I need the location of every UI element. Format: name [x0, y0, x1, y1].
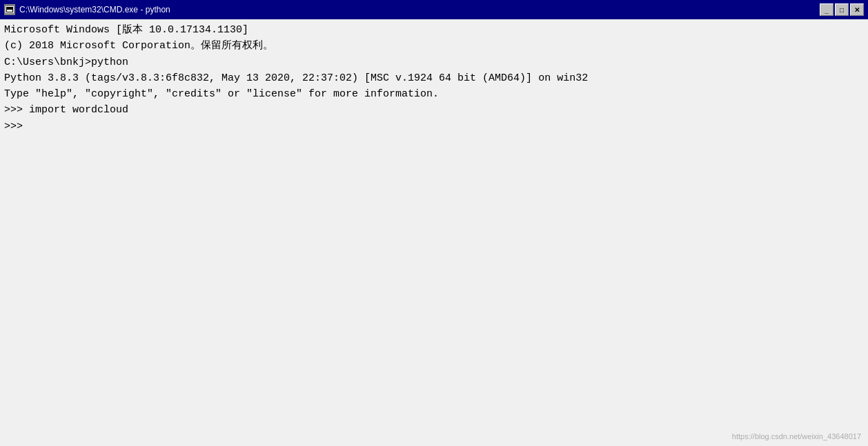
- cmd-window: C:\Windows\system32\CMD.exe - python _ □…: [0, 0, 868, 446]
- console-line-4: C:\Users\bnkj>python: [4, 54, 864, 70]
- window-title: C:\Windows\system32\CMD.exe - python: [19, 5, 816, 14]
- console-body[interactable]: Microsoft Windows [版本 10.0.17134.1130] (…: [0, 19, 868, 446]
- console-line-2: (c) 2018 Microsoft Corporation。保留所有权利。: [4, 38, 864, 54]
- cmd-icon: [4, 4, 15, 15]
- window-controls: _ □ ✕: [820, 3, 864, 16]
- watermark-text: https://blog.csdn.net/weixin_43648017: [732, 432, 861, 440]
- console-line-1: Microsoft Windows [版本 10.0.17134.1130]: [4, 22, 864, 38]
- console-line-8: >>>: [4, 119, 864, 134]
- console-line-5: Python 3.8.3 (tags/v3.8.3:6f8c832, May 1…: [4, 70, 864, 86]
- console-line-6: Type "help", "copyright", "credits" or "…: [4, 86, 864, 102]
- close-button[interactable]: ✕: [850, 3, 864, 16]
- console-line-7: >>> import wordcloud: [4, 102, 864, 118]
- minimize-button[interactable]: _: [820, 3, 834, 16]
- title-bar: C:\Windows\system32\CMD.exe - python _ □…: [0, 0, 868, 19]
- maximize-button[interactable]: □: [835, 3, 849, 16]
